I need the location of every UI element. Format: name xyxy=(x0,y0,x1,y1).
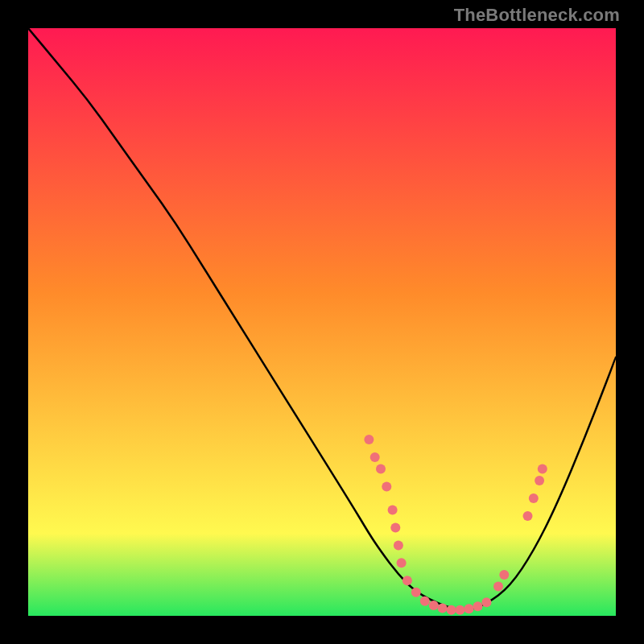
marker-dot xyxy=(499,570,509,580)
marker-dot xyxy=(473,601,483,611)
marker-dot xyxy=(376,464,386,474)
marker-dot xyxy=(370,452,380,462)
marker-dot xyxy=(364,435,374,444)
marker-dot xyxy=(456,605,465,615)
marker-dot xyxy=(402,576,412,585)
watermark-text: TheBottleneck.com xyxy=(454,5,620,26)
marker-dot xyxy=(420,597,430,606)
marker-dot xyxy=(529,493,539,503)
marker-dot xyxy=(523,511,533,521)
marker-dot xyxy=(390,523,400,533)
marker-dot xyxy=(538,464,547,474)
marker-dot xyxy=(382,481,391,491)
marker-dot xyxy=(447,605,456,615)
marker-dot xyxy=(388,506,398,515)
marker-dot xyxy=(438,604,448,613)
marker-dot xyxy=(429,601,439,610)
bottleneck-curve xyxy=(28,28,616,610)
plot-frame xyxy=(28,28,616,616)
marker-dot xyxy=(481,597,491,607)
plot-svg xyxy=(28,28,616,616)
marker-dot xyxy=(394,540,403,550)
marker-dot xyxy=(397,558,407,568)
marker-dot xyxy=(464,604,474,613)
marker-dots-group xyxy=(364,435,547,615)
marker-dot xyxy=(493,582,503,592)
marker-dot xyxy=(535,476,544,485)
marker-dot xyxy=(411,588,421,597)
